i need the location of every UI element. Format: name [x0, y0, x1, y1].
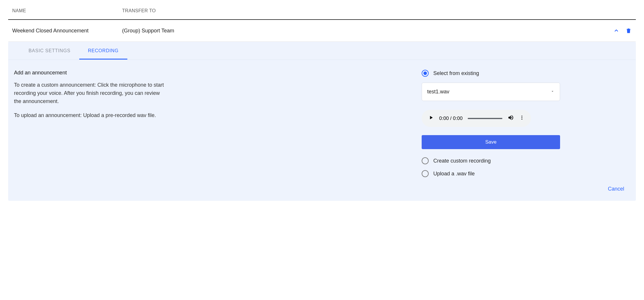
- cancel-button[interactable]: Cancel: [608, 186, 624, 192]
- radio-icon: [422, 157, 429, 164]
- instructions-column: Add an announcement To create a custom a…: [14, 70, 166, 183]
- instruction-text-2: To upload an announcement: Upload a pre-…: [14, 111, 166, 120]
- audio-progress-bar[interactable]: [468, 118, 502, 119]
- selected-file-name: test1.wav: [427, 89, 449, 95]
- tabs: BASIC SETTINGS RECORDING: [8, 42, 636, 60]
- radio-label: Select from existing: [433, 70, 479, 76]
- controls-column: Select from existing test1.wav 0:00 / 0:…: [422, 70, 560, 183]
- instruction-text-1: To create a custom announcement: Click t…: [14, 81, 166, 106]
- audio-time: 0:00 / 0:00: [439, 116, 462, 121]
- chevron-up-icon[interactable]: [613, 27, 620, 34]
- play-icon[interactable]: [428, 115, 434, 122]
- table-row[interactable]: Weekend Closed Announcement (Group) Supp…: [8, 20, 636, 42]
- table-header-row: NAME TRANSFER TO: [8, 0, 636, 20]
- tab-recording[interactable]: RECORDING: [79, 42, 127, 60]
- section-title: Add an announcement: [14, 70, 166, 76]
- caret-down-icon: [550, 89, 555, 95]
- radio-label: Create custom recording: [433, 158, 491, 164]
- tab-basic-settings[interactable]: BASIC SETTINGS: [20, 42, 79, 60]
- file-select-dropdown[interactable]: test1.wav: [422, 83, 560, 101]
- expanded-panel: BASIC SETTINGS RECORDING Add an announce…: [8, 42, 636, 201]
- svg-point-2: [522, 119, 522, 120]
- announcements-table: NAME TRANSFER TO Weekend Closed Announce…: [0, 0, 644, 42]
- svg-point-1: [522, 117, 522, 118]
- footer-actions: Cancel: [8, 183, 636, 192]
- col-header-transfer-to: TRANSFER TO: [122, 8, 632, 13]
- radio-label: Upload a .wav file: [433, 171, 475, 177]
- audio-player[interactable]: 0:00 / 0:00: [422, 110, 531, 127]
- radio-custom-recording[interactable]: Create custom recording: [422, 157, 560, 164]
- row-transfer-to: (Group) Support Team: [122, 28, 613, 34]
- svg-point-0: [522, 116, 522, 116]
- row-name: Weekend Closed Announcement: [12, 28, 122, 34]
- radio-upload-wav[interactable]: Upload a .wav file: [422, 170, 560, 177]
- trash-icon[interactable]: [625, 27, 632, 34]
- volume-icon[interactable]: [508, 114, 514, 122]
- col-header-name: NAME: [12, 8, 122, 13]
- more-vertical-icon[interactable]: [519, 115, 525, 122]
- save-button[interactable]: Save: [422, 135, 560, 149]
- radio-select-existing[interactable]: Select from existing: [422, 70, 560, 77]
- radio-icon: [422, 170, 429, 177]
- panel-body: Add an announcement To create a custom a…: [8, 60, 636, 183]
- radio-icon: [422, 70, 429, 77]
